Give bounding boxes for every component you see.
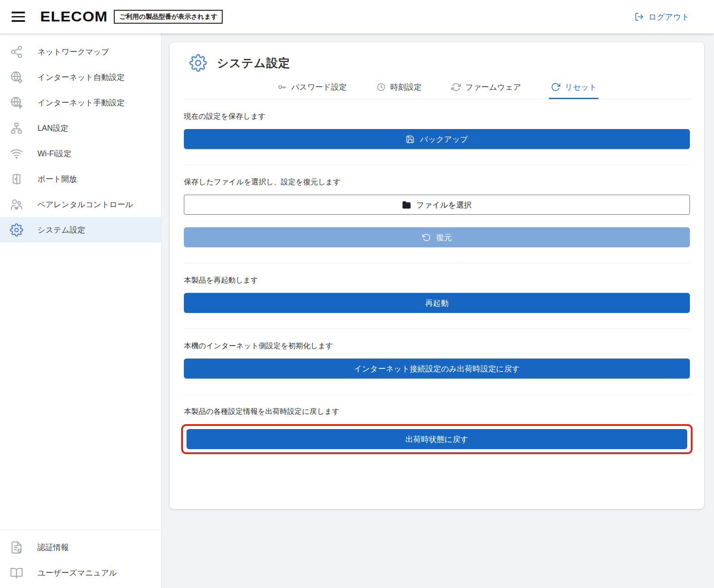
sidebar-divider (0, 530, 161, 530)
sidebar-item-parental-control[interactable]: ペアレンタルコントロール (0, 192, 161, 217)
sidebar-item-label: 認証情報 (37, 542, 69, 553)
sidebar-footer: 認証情報 ユーザーズマニュアル (0, 530, 161, 588)
firmware-update-icon (451, 82, 461, 92)
globe-auto-setup-icon (9, 70, 24, 85)
page-title: システム設定 (217, 55, 290, 71)
red-highlight-annotation: 出荷時状態に戻す (181, 424, 693, 454)
parental-control-icon (9, 197, 24, 212)
gear-icon (9, 222, 24, 238)
sidebar-item-certification[interactable]: 認証情報 (0, 534, 161, 560)
network-map-icon (9, 44, 24, 59)
sidebar-item-lan[interactable]: LAN設定 (0, 115, 161, 141)
certificate-icon (9, 540, 24, 555)
sidebar-item-label: ペアレンタルコントロール (37, 199, 133, 210)
tab-time-settings[interactable]: 時刻設定 (374, 78, 423, 99)
factory-reset-section: 本製品の各種設定情報を出荷時設定に戻します 出荷時状態に戻す (183, 407, 691, 454)
factory-reset-label: 本製品の各種設定情報を出荷時設定に戻します (184, 407, 690, 417)
tab-label: パスワード設定 (291, 82, 347, 92)
sidebar-item-label: インターネット自動設定 (37, 72, 125, 83)
wifi-icon (9, 146, 24, 161)
tab-password-settings[interactable]: パスワード設定 (275, 78, 349, 99)
restore-label: 保存したファイルを選択し、設定を復元します (184, 177, 690, 187)
logout-label: ログアウト (648, 12, 689, 22)
logout-icon (635, 12, 644, 21)
tab-bar: パスワード設定 時刻設定 ファームウェア リセット (183, 78, 691, 100)
section-divider (184, 329, 690, 329)
system-settings-card: システム設定 パスワード設定 時刻設定 ファームウェア (170, 42, 704, 509)
brand-logo: ELECOM (40, 9, 108, 25)
tab-reset[interactable]: リセット (549, 78, 599, 99)
reboot-section: 本製品を再起動します 再起動 (183, 275, 691, 329)
app-root: ELECOM ご利用の製品型番が表示されます ログアウト ネットワークマップ (0, 0, 714, 588)
tab-label: ファームウェア (465, 82, 521, 92)
reset-icon (551, 82, 560, 92)
reboot-button[interactable]: 再起動 (184, 293, 690, 313)
section-divider (184, 394, 690, 395)
save-icon (406, 135, 415, 144)
top-header: ELECOM ご利用の製品型番が表示されます ログアウト (0, 0, 714, 33)
restore-button[interactable]: 復元 (184, 227, 690, 247)
sidebar-item-network-map[interactable]: ネットワークマップ (0, 39, 161, 64)
restore-section: 保存したファイルを選択し、設定を復元します ファイルを選択 復元 (183, 177, 691, 263)
backup-section: 現在の設定を保存します バックアップ (183, 112, 691, 165)
model-number-box: ご利用の製品型番が表示されます (114, 10, 223, 24)
sidebar-item-label: ポート開放 (37, 174, 77, 184)
sidebar-item-label: インターネット手動設定 (37, 97, 125, 108)
restore-button-label: 復元 (436, 232, 452, 243)
sidebar-item-internet-auto[interactable]: インターネット自動設定 (0, 64, 161, 90)
section-divider (184, 165, 690, 165)
page-title-row: システム設定 (183, 54, 691, 72)
sidebar-item-label: ネットワークマップ (37, 46, 109, 57)
restore-icon (422, 233, 431, 242)
sidebar-item-users-manual[interactable]: ユーザーズマニュアル (0, 560, 161, 585)
select-file-button[interactable]: ファイルを選択 (184, 195, 690, 215)
section-divider (184, 263, 690, 263)
sidebar-item-label: システム設定 (37, 225, 85, 235)
lan-icon (9, 121, 24, 136)
sidebar: ネットワークマップ インターネット自動設定 インターネット手動設定 LAN設定 (0, 33, 162, 588)
main-content: システム設定 パスワード設定 時刻設定 ファームウェア (162, 33, 714, 588)
select-file-button-label: ファイルを選択 (416, 200, 472, 210)
backup-button-label: バックアップ (420, 134, 468, 145)
reboot-label: 本製品を再起動します (184, 275, 690, 285)
folder-icon (402, 200, 411, 209)
sidebar-item-open-port[interactable]: ポート開放 (0, 166, 161, 192)
menu-icon[interactable] (9, 10, 28, 24)
manual-icon (9, 565, 24, 580)
tab-label: 時刻設定 (390, 82, 422, 92)
tab-firmware[interactable]: ファームウェア (449, 78, 523, 99)
sidebar-item-label: ユーザーズマニュアル (37, 567, 117, 578)
sidebar-item-label: LAN設定 (37, 123, 68, 133)
sidebar-item-system-settings[interactable]: システム設定 (0, 217, 161, 242)
globe-manual-setup-icon (9, 95, 24, 110)
clock-icon (376, 82, 386, 92)
wan-reset-label: 本機のインターネット側設定を初期化します (184, 341, 690, 351)
backup-button[interactable]: バックアップ (184, 129, 690, 149)
factory-reset-button[interactable]: 出荷時状態に戻す (187, 429, 687, 449)
gear-icon (189, 54, 207, 72)
wan-reset-button[interactable]: インターネット接続設定のみ出荷時設定に戻す (184, 359, 690, 379)
sidebar-item-label: Wi-Fi設定 (37, 148, 71, 159)
sidebar-item-wifi[interactable]: Wi-Fi設定 (0, 141, 161, 166)
body-row: ネットワークマップ インターネット自動設定 インターネット手動設定 LAN設定 (0, 33, 714, 588)
logout-button[interactable]: ログアウト (635, 12, 689, 22)
sidebar-item-internet-manual[interactable]: インターネット手動設定 (0, 90, 161, 115)
wan-reset-section: 本機のインターネット側設定を初期化します インターネット接続設定のみ出荷時設定に… (183, 341, 691, 395)
key-icon (277, 82, 287, 92)
wan-reset-button-label: インターネット接続設定のみ出荷時設定に戻す (354, 363, 520, 374)
open-port-icon (9, 171, 24, 187)
spacer (184, 215, 690, 227)
tab-label: リセット (565, 82, 597, 92)
backup-label: 現在の設定を保存します (184, 112, 690, 121)
factory-reset-button-label: 出荷時状態に戻す (406, 434, 469, 445)
reboot-button-label: 再起動 (425, 298, 449, 309)
